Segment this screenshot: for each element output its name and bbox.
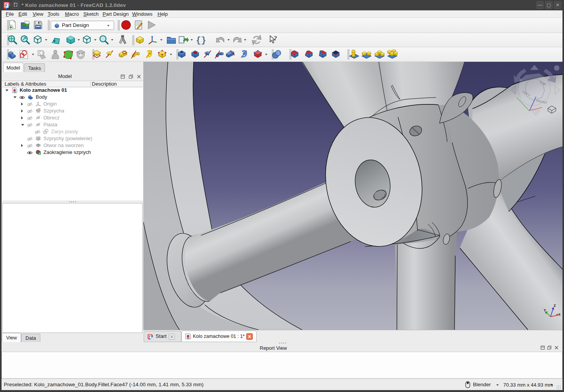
svg-text:X: X	[558, 313, 561, 316]
svg-text:?: ?	[274, 35, 277, 41]
svg-text:Z: Z	[554, 304, 556, 308]
svg-text:{}: {}	[196, 36, 206, 45]
svg-text:Y: Y	[544, 308, 546, 312]
